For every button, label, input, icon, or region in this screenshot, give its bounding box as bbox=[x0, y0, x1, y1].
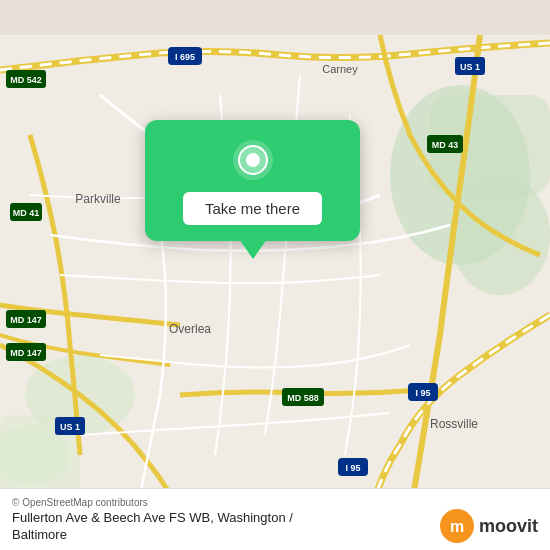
moovit-logo: m moovit bbox=[439, 508, 538, 544]
moovit-text: moovit bbox=[479, 516, 538, 537]
svg-text:I 95: I 95 bbox=[415, 388, 430, 398]
address-line2: Baltimore bbox=[12, 527, 67, 542]
copyright-text: © OpenStreetMap contributors bbox=[12, 497, 429, 508]
svg-text:MD 43: MD 43 bbox=[432, 140, 459, 150]
svg-point-35 bbox=[246, 153, 260, 167]
svg-text:MD 147: MD 147 bbox=[10, 348, 42, 358]
map-container: I 695 US 1 MD 43 MD 41 MD 542 MD 147 MD … bbox=[0, 0, 550, 550]
svg-text:US 1: US 1 bbox=[460, 62, 480, 72]
svg-text:m: m bbox=[450, 518, 464, 535]
svg-text:I 95: I 95 bbox=[345, 463, 360, 473]
popup-card: Take me there bbox=[145, 120, 360, 241]
svg-text:Parkville: Parkville bbox=[75, 192, 121, 206]
svg-text:Rossville: Rossville bbox=[430, 417, 478, 431]
map-background: I 695 US 1 MD 43 MD 41 MD 542 MD 147 MD … bbox=[0, 0, 550, 550]
svg-text:US 1: US 1 bbox=[60, 422, 80, 432]
svg-text:MD 147: MD 147 bbox=[10, 315, 42, 325]
svg-text:MD 588: MD 588 bbox=[287, 393, 319, 403]
location-pin-icon bbox=[231, 138, 275, 182]
svg-text:MD 41: MD 41 bbox=[13, 208, 40, 218]
svg-text:MD 542: MD 542 bbox=[10, 75, 42, 85]
moovit-logo-icon: m bbox=[439, 508, 475, 544]
take-me-there-button[interactable]: Take me there bbox=[183, 192, 322, 225]
address-line1: Fullerton Ave & Beech Ave FS WB, Washing… bbox=[12, 510, 293, 525]
svg-text:Overlea: Overlea bbox=[169, 322, 211, 336]
bottom-left-info: © OpenStreetMap contributors Fullerton A… bbox=[12, 497, 429, 544]
svg-text:Carney: Carney bbox=[322, 63, 358, 75]
address-text: Fullerton Ave & Beech Ave FS WB, Washing… bbox=[12, 510, 429, 544]
svg-text:I 695: I 695 bbox=[175, 52, 195, 62]
bottom-bar: © OpenStreetMap contributors Fullerton A… bbox=[0, 488, 550, 550]
